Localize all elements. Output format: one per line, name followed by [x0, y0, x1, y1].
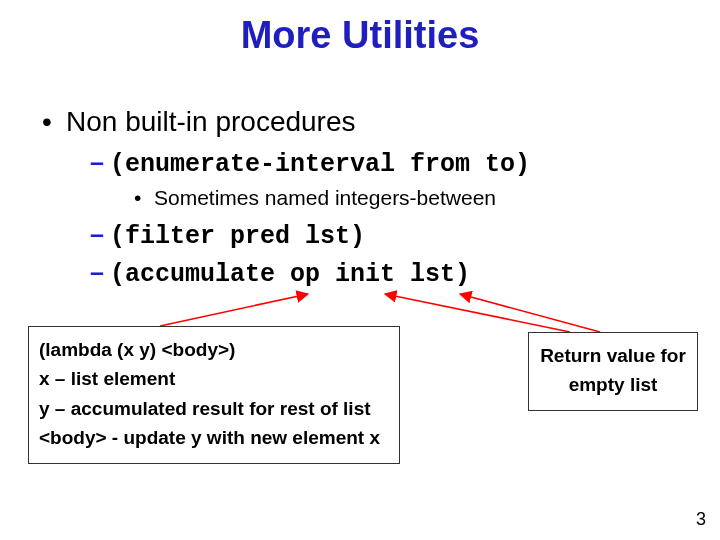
code-enumerate: (enumerate-interval from to) — [110, 150, 530, 179]
bullet-level3-enumerate-note: •Sometimes named integers-between — [134, 186, 496, 210]
bullet-dot-icon: • — [134, 186, 154, 210]
arrow-lst-to-return — [460, 294, 600, 332]
dash-icon: – — [90, 148, 110, 177]
arrow-init-to-return — [385, 294, 570, 332]
callout-lambda-line3: y – accumulated result for rest of list — [39, 394, 389, 423]
callout-return-value: Return value for empty list — [528, 332, 698, 411]
page-number: 3 — [696, 509, 706, 530]
dash-icon: – — [90, 258, 110, 287]
callout-return-line2: empty list — [535, 370, 691, 399]
bullet-dot-icon: • — [42, 106, 66, 138]
code-filter: (filter pred lst) — [110, 222, 365, 251]
callout-return-line1: Return value for — [535, 341, 691, 370]
callout-lambda: (lambda (x y) <body>) x – list element y… — [28, 326, 400, 464]
bullet-level2-enumerate: –(enumerate-interval from to) — [90, 148, 530, 179]
code-accumulate: (accumulate op init lst) — [110, 260, 470, 289]
bullet-level2-accumulate: –(accumulate op init lst) — [90, 258, 470, 289]
callout-lambda-line4: <body> - update y with new element x — [39, 423, 389, 452]
arrow-op-to-lambda — [160, 294, 308, 326]
bullet-level1: •Non built-in procedures — [42, 106, 356, 138]
note-text: Sometimes named integers-between — [154, 186, 496, 209]
bullet-text: Non built-in procedures — [66, 106, 356, 137]
slide-title: More Utilities — [0, 14, 720, 57]
bullet-level2-filter: –(filter pred lst) — [90, 220, 365, 251]
callout-lambda-line2: x – list element — [39, 364, 389, 393]
dash-icon: – — [90, 220, 110, 249]
callout-lambda-line1: (lambda (x y) <body>) — [39, 335, 389, 364]
